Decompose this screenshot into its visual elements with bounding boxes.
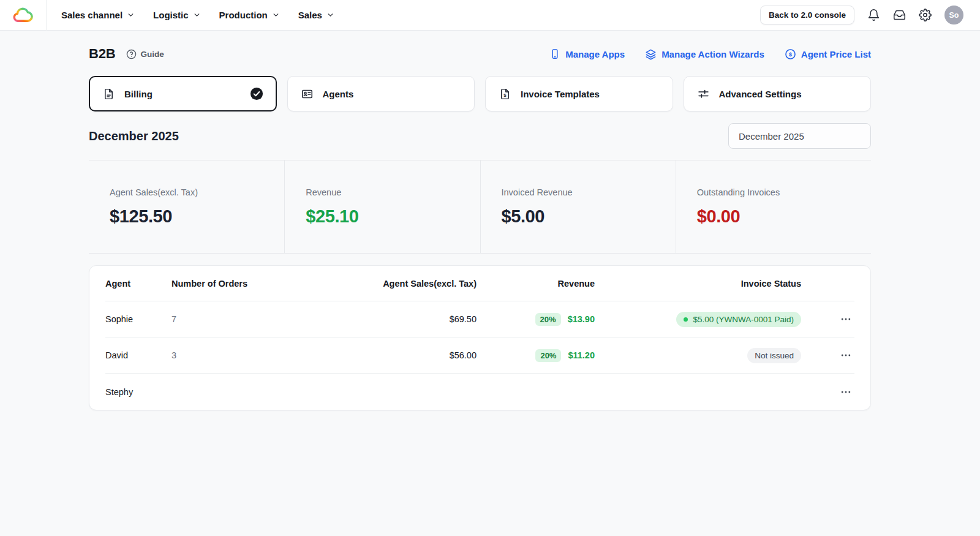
rainbow-cloud-logo-icon [11,6,36,25]
row-actions-button[interactable] [836,347,856,364]
tab-label: Advanced Settings [719,89,802,99]
col-header-sales: Agent Sales(excl. Tax) [354,279,477,289]
nav-item-label: Logistic [153,10,189,20]
nav-item-label: Sales channel [61,10,123,20]
avatar[interactable]: So [944,6,963,25]
invoice-status-cell: $5.00 (YWNWA-0001 Paid) [595,312,801,327]
inbox-tray-icon [893,9,906,21]
table-row-sophie: Sophie 7 $69.50 20%$13.90 $5.00 (YWNWA-0… [105,301,854,338]
status-dot-icon [684,317,688,322]
stat-label: Agent Sales(excl. Tax) [110,187,284,197]
chevron-down-icon [272,11,280,19]
settings-button[interactable] [919,9,932,21]
agent-sales-value: $69.50 [354,314,477,324]
col-header-revenue: Revenue [477,279,595,289]
agent-price-list-link[interactable]: $ Agent Price List [785,48,871,60]
topbar-right: Back to 2.0 console So [760,6,980,25]
orders-count: 7 [172,314,354,324]
tab-billing[interactable]: Billing [89,76,277,111]
inbox-button[interactable] [893,9,906,21]
actions-cell [801,311,856,328]
svg-text:$: $ [503,92,507,98]
table-header-row: Agent Number of Orders Agent Sales(excl.… [105,266,854,301]
notifications-button[interactable] [867,9,880,21]
chevron-down-icon [326,11,334,19]
revenue-percent-pill: 20% [535,349,561,362]
status-text: $5.00 (YWNWA-0001 Paid) [693,315,794,324]
svg-text:$: $ [789,50,793,57]
period-selector[interactable]: December 2025 [728,123,871,149]
table-row-stephy: Stephy [105,374,854,410]
actions-cell [801,347,856,364]
manage-apps-link[interactable]: Manage Apps [549,48,625,59]
question-circle-icon [126,49,137,59]
agent-name: Sophie [105,314,172,324]
tab-agents[interactable]: Agents [287,76,475,111]
manage-action-wizards-label: Manage Action Wizards [662,49,764,59]
stat-label: Revenue [306,187,480,197]
agent-price-list-label: Agent Price List [801,49,871,59]
document-icon [102,88,115,100]
stat-label: Invoiced Revenue [502,187,676,197]
page-title: B2B [89,46,115,62]
tab-invoice-templates[interactable]: $ Invoice Templates [485,76,673,111]
agents-table: Agent Number of Orders Agent Sales(excl.… [89,265,871,410]
invoice-status-cell: Not issued [595,348,801,363]
status-badge-paid: $5.00 (YWNWA-0001 Paid) [676,312,801,327]
nav-item-label: Production [219,10,268,20]
orders-count: 3 [172,350,354,360]
topbar: Sales channel Logistic Production Sales … [0,0,980,31]
col-header-agent: Agent [105,279,172,289]
revenue-cell: 20%$13.90 [477,313,595,326]
stat-value: $125.50 [110,206,284,227]
section-tabs: Billing Agents $ Invoice Templates Advan… [89,76,871,111]
bell-icon [867,9,880,21]
col-header-status: Invoice Status [595,279,801,289]
actions-cell [801,383,856,401]
header-links: Manage Apps Manage Action Wizards $ Agen… [549,48,871,60]
app-logo[interactable] [0,0,47,31]
gear-icon [919,9,932,21]
status-text: Not issued [755,351,794,360]
guide-label: Guide [140,50,164,59]
row-actions-button[interactable] [836,383,856,401]
status-badge-not-issued: Not issued [747,348,801,363]
id-card-icon [301,88,314,100]
guide-link[interactable]: Guide [126,49,164,59]
stat-label: Outstanding Invoices [697,187,871,197]
check-circle-icon [250,87,263,100]
sliders-icon [697,88,710,100]
stat-value: $5.00 [502,206,676,227]
tab-label: Invoice Templates [521,89,600,99]
chevron-down-icon [127,11,135,19]
period-row: December 2025 December 2025 [89,123,871,149]
revenue-value: $11.20 [568,350,595,360]
mobile-icon [549,48,560,59]
revenue-value: $13.90 [568,314,595,324]
row-actions-button[interactable] [836,311,856,328]
stats-band: Agent Sales(excl. Tax) $125.50 Revenue $… [89,160,871,254]
stat-revenue: Revenue $25.10 [284,160,480,253]
nav-item-logistic[interactable]: Logistic [153,10,201,20]
nav-item-label: Sales [298,10,322,20]
page-header: B2B Guide Manage Apps Manage Action Wiza… [89,45,871,63]
tab-advanced-settings[interactable]: Advanced Settings [684,76,872,111]
manage-apps-label: Manage Apps [565,49,625,59]
agent-name: David [105,350,172,360]
stat-invoiced-revenue: Invoiced Revenue $5.00 [480,160,676,253]
nav-item-sales[interactable]: Sales [298,10,334,20]
invoice-icon: $ [499,88,511,100]
tab-label: Billing [124,89,153,99]
manage-action-wizards-link[interactable]: Manage Action Wizards [645,48,764,60]
main-content: B2B Guide Manage Apps Manage Action Wiza… [89,45,871,410]
table-row-david: David 3 $56.00 20%$11.20 Not issued [105,338,854,374]
nav-item-production[interactable]: Production [219,10,280,20]
dollar-circle-icon: $ [785,48,796,60]
revenue-percent-pill: 20% [535,313,561,326]
revenue-cell: 20%$11.20 [477,349,595,362]
period-heading: December 2025 [89,129,179,143]
nav-item-sales-channel[interactable]: Sales channel [61,10,135,20]
back-to-console-button[interactable]: Back to 2.0 console [760,6,854,25]
col-header-orders: Number of Orders [172,279,354,289]
agent-name: Stephy [105,387,172,397]
